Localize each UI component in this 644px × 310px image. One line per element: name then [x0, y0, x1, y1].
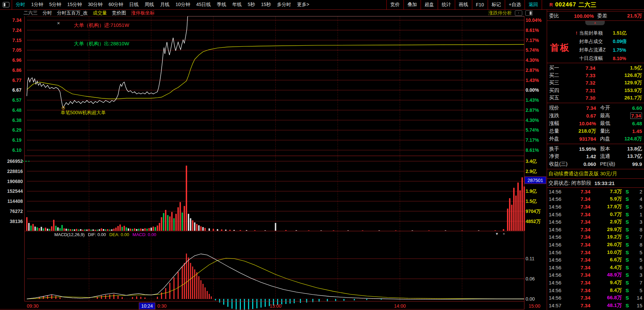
- volume-bar: [30, 226, 32, 231]
- period-tab[interactable]: 45日线: [193, 2, 214, 8]
- weibi-row: 委比 100.00% 委差 21.5万: [547, 11, 644, 21]
- macd-histogram-bar: [209, 294, 210, 299]
- chart-header-item[interactable]: 涨停板坐标: [131, 10, 155, 16]
- macd-histogram-bar: [178, 272, 179, 299]
- period-tab[interactable]: 15秒: [258, 2, 274, 8]
- volume-bar: [186, 166, 187, 231]
- volume-bar: [173, 218, 175, 231]
- tick-row: 14:56 7.34 66.8万 S 14: [547, 294, 644, 302]
- volume-bar: [171, 212, 173, 231]
- volume-bar: [167, 215, 168, 231]
- volume-bar: [74, 229, 75, 231]
- period-tab[interactable]: 5分钟: [46, 2, 64, 8]
- toolbar-button[interactable]: 叠加: [404, 0, 421, 9]
- period-tab[interactable]: 分时: [13, 2, 28, 8]
- panel-toggle-icon[interactable]: [3, 2, 9, 7]
- volume-axis-label: 190680: [7, 179, 23, 184]
- macd-histogram-bar: [122, 297, 123, 299]
- period-tab[interactable]: 10分钟: [172, 2, 193, 8]
- volume-bar: [153, 227, 154, 231]
- tick-row: 14:56 7.34 6.6万 S 5: [547, 256, 644, 264]
- scroll-up-icon[interactable]: ↑: [515, 10, 522, 16]
- macd-histogram-bar: [240, 299, 241, 310]
- macd-close-icon[interactable]: ×: [503, 232, 505, 236]
- subscription-promo[interactable]: 自动续费通达信普及版 30元/月: [547, 169, 644, 178]
- price-axis-label: 6.67: [12, 87, 21, 93]
- toolbar-button[interactable]: 画线: [455, 0, 472, 9]
- quote-panel: 委比 100.00% 委差 21.5万 ∧ 首板 ! 当前封单额 1.51亿 封…: [547, 10, 644, 310]
- percent-axis-label: 7.17%: [526, 137, 539, 143]
- period-tab[interactable]: 多分时: [274, 2, 294, 8]
- toolbar-button[interactable]: 超盘: [421, 0, 438, 9]
- volume-bar: [217, 229, 218, 231]
- volume-bar: [140, 228, 142, 231]
- time-axis-label: 14:00: [394, 303, 406, 309]
- volume-bar: [179, 202, 181, 231]
- chart-header-item[interactable]: 二六三: [23, 10, 38, 16]
- macd-axis-label: 0.00: [526, 296, 535, 302]
- period-tab[interactable]: 月线: [157, 2, 172, 8]
- percent-axis-label: 0.00%: [526, 87, 539, 93]
- indicator-close-icon[interactable]: ×: [57, 20, 60, 26]
- volume-bar: [196, 224, 198, 231]
- volume-bar: [45, 228, 46, 231]
- toolbar-button[interactable]: 返回: [525, 0, 542, 9]
- period-tab[interactable]: 15分钟: [64, 2, 85, 8]
- chart-header: 二六三分时分时五百万_改成交量竞价图涨停板坐标 涨跌停分析 ↑: [0, 10, 547, 16]
- tick-row: 14:56 7.34 2.9万 S 3: [547, 218, 644, 226]
- volume-bar: [192, 220, 193, 231]
- tick-list[interactable]: 14:56 7.34 7.3万 S 2 14:56 7.34 5.9万 S 4 …: [547, 187, 644, 310]
- chart-header-item[interactable]: 分时五百万_改: [57, 10, 88, 16]
- volume-bar: [246, 230, 247, 231]
- macd-histogram-bar: [173, 277, 174, 299]
- volume-bar: [157, 226, 158, 231]
- volume-bar: [462, 230, 463, 231]
- percent-axis-label: 8.61%: [526, 147, 539, 153]
- toolbar-button[interactable]: F10: [472, 0, 488, 9]
- volume-bar: [39, 228, 40, 231]
- volume-bar: [84, 229, 86, 231]
- volume-bar: [59, 228, 61, 231]
- volume-bar: [55, 226, 57, 231]
- stat-row: 净资 1.42 流通 13.7亿: [549, 153, 642, 160]
- toolbar-button[interactable]: 竞价: [386, 0, 404, 9]
- price-axis-label: 6.77: [12, 78, 21, 83]
- period-tab[interactable]: 周线: [142, 2, 157, 8]
- toolbar-buttons: 竞价叠加超盘统计画线F10标记+自选返回: [386, 0, 542, 9]
- period-tab[interactable]: 60分钟: [106, 2, 126, 8]
- volume-bar: [169, 216, 170, 231]
- macd-histogram-bar: [335, 299, 336, 301]
- macd-histogram-bar: [201, 280, 202, 299]
- macd-collapse-icon[interactable]: ▼: [495, 232, 499, 236]
- period-tab[interactable]: 30分钟: [85, 2, 106, 8]
- split-pane-icon[interactable]: [525, 10, 533, 16]
- period-tab[interactable]: 年线: [229, 2, 245, 8]
- toolbar-button[interactable]: 标记: [488, 0, 505, 9]
- macd-histogram-bar: [101, 296, 102, 299]
- period-tab[interactable]: 5秒: [245, 2, 258, 8]
- macd-histogram-bar: [192, 267, 193, 299]
- chart-header-item[interactable]: 成交量: [93, 10, 107, 16]
- toolbar-button[interactable]: 统计: [438, 0, 455, 9]
- price-axis-label: 7.15: [12, 38, 21, 43]
- amount-axis-label: 4852万: [526, 219, 541, 224]
- chart-header-item[interactable]: 分时: [43, 10, 52, 16]
- macd-histogram-bar: [244, 299, 245, 310]
- macd-dea-value: DEA: 0.00: [109, 232, 129, 237]
- macd-histogram-bar: [105, 295, 106, 299]
- volume-bar: [26, 217, 28, 231]
- toolbar-button[interactable]: +自选: [505, 0, 525, 9]
- period-tab[interactable]: 更多>: [294, 2, 312, 8]
- period-tab[interactable]: 日线: [126, 2, 142, 8]
- period-tab[interactable]: 1分钟: [28, 2, 46, 8]
- macd-histogram-bar: [161, 293, 162, 299]
- limit-analysis-label[interactable]: 涨跌停分析: [488, 10, 512, 16]
- macd-histogram-bar: [198, 276, 199, 299]
- period-tab[interactable]: 季线: [214, 2, 229, 8]
- volume-bar: [51, 226, 52, 231]
- chart-header-item[interactable]: 竞价图: [112, 10, 126, 16]
- volume-axis-label: 114408: [7, 198, 23, 204]
- amount-axis-label: 3.4亿: [526, 159, 537, 164]
- macd-histogram-bar: [157, 297, 158, 299]
- macd-histogram-bar: [186, 254, 187, 299]
